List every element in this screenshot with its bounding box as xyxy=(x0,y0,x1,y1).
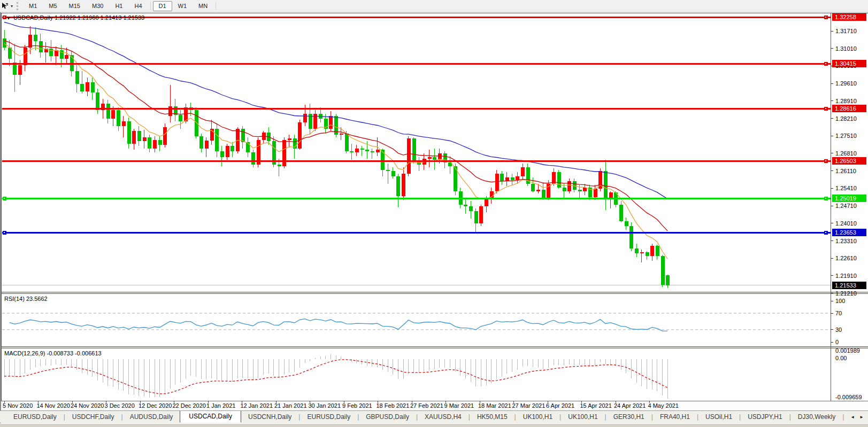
timeframe-button-m1[interactable]: M1 xyxy=(23,1,43,11)
chart-tab-usdchf-daily[interactable]: USDCHF,Daily xyxy=(65,412,121,422)
toolbar-grip[interactable] xyxy=(17,2,20,10)
chart-tab-dj30-weekly[interactable]: DJ30,Weekly xyxy=(791,412,842,422)
date-tick-label: 30 Jan 2021 xyxy=(309,402,341,409)
chart-tab-eurusd-daily[interactable]: EURUSD,Daily xyxy=(300,412,357,422)
svg-text:1.30415: 1.30415 xyxy=(835,60,856,67)
chart-tab-xauusd-h4[interactable]: XAUUSD,H4 xyxy=(418,412,468,422)
timeframe-button-m5[interactable]: M5 xyxy=(43,1,63,11)
rsi-axis-label: 100 xyxy=(835,298,845,304)
macd-axis-label: 0.00 xyxy=(835,355,847,361)
svg-text:1.21533: 1.21533 xyxy=(835,282,856,289)
timeframe-button-mn[interactable]: MN xyxy=(193,1,213,11)
chart-tab-ger30-h1[interactable]: GER30,H1 xyxy=(606,412,651,422)
chart-tab-eurusd-daily[interactable]: EURUSD,Daily xyxy=(6,412,64,422)
chart-ohlc-values: 1.21922 1.21960 1.21413 1.21533 xyxy=(55,14,144,21)
chart-tab-gbpusd-daily[interactable]: GBPUSD,Daily xyxy=(359,412,416,422)
chart-tabs-bar: EURUSD,Daily|USDCHF,Daily|AUDUSD,DailyUS… xyxy=(0,410,868,423)
timeframe-button-h4[interactable]: H4 xyxy=(128,1,148,11)
chart-tab-usdjpy-h1[interactable]: USDJPY,H1 xyxy=(741,412,789,422)
macd-axis-label: 0.001989 xyxy=(835,347,860,354)
chart-tab-hk50-m15[interactable]: HK50,M15 xyxy=(470,412,514,422)
chart-tab-uk100-h1[interactable]: UK100,H1 xyxy=(561,412,604,422)
timeframe-toolbar: ▾ M1M5M15M30H1H4D1W1MN xyxy=(0,0,868,12)
chart-symbol-period: USDCAD,Daily xyxy=(13,14,53,21)
cursor-icon xyxy=(1,2,9,10)
date-tick-label: 4 May 2021 xyxy=(648,402,679,409)
price-tick-label: 1.26810 xyxy=(835,150,857,157)
date-tick-label: 3 Dec 2020 xyxy=(105,402,135,409)
chart-tab-usdcad-daily[interactable]: USDCAD,Daily xyxy=(180,410,241,423)
rsi-indicator-label: RSI(14) 23.5662 xyxy=(4,296,48,302)
symbol-menu-icon[interactable]: ▼ xyxy=(6,16,11,21)
svg-text:1.25019: 1.25019 xyxy=(835,195,856,201)
price-badge-1.28616: 1.28616 xyxy=(832,105,866,112)
price-tick-label: 1.21910 xyxy=(835,273,857,279)
date-tick-label: 21 Jan 2021 xyxy=(274,402,307,409)
toolbar-separator xyxy=(150,2,151,10)
svg-text:1.32258: 1.32258 xyxy=(835,14,856,20)
date-tick-label: 12 Jan 2021 xyxy=(241,402,273,409)
chart-tab-audusd-daily[interactable]: AUDUSD,Daily xyxy=(123,412,180,422)
date-tick-label: 27 Feb 2021 xyxy=(410,402,443,409)
date-tick-label: 1 Jan 2021 xyxy=(206,402,235,409)
tab-scroll-right-icon[interactable]: ► xyxy=(859,415,864,420)
toolbar-separator xyxy=(216,2,216,10)
timeframe-button-d1[interactable]: D1 xyxy=(153,1,172,11)
cursor-tool-dropdown-icon[interactable]: ▾ xyxy=(10,4,15,9)
rsi-axis-label: 30 xyxy=(835,327,842,333)
date-tick-label: 14 Nov 2020 xyxy=(37,402,70,409)
svg-text:1.28616: 1.28616 xyxy=(835,105,856,112)
svg-text:1.26503: 1.26503 xyxy=(835,158,856,164)
price-badge-1.30415: 1.30415 xyxy=(832,60,866,67)
price-tick-label: 1.26110 xyxy=(835,168,856,174)
date-tick-label: 24 Nov 2020 xyxy=(71,402,104,409)
panel-backgrounds xyxy=(0,13,868,410)
price-tick-label: 1.23310 xyxy=(835,238,857,244)
price-tick-label: 1.27510 xyxy=(835,133,857,139)
date-tick-label: 15 Apr 2021 xyxy=(580,402,612,409)
date-tick-label: 18 Feb 2021 xyxy=(377,402,410,409)
price-tick-label: 1.31010 xyxy=(835,45,857,52)
price-tick-label: 1.22610 xyxy=(835,255,857,261)
date-tick-label: 22 Dec 2020 xyxy=(173,402,206,409)
price-badge-1.25019: 1.25019 xyxy=(832,195,866,202)
chart-tab-usoil-h1[interactable]: USOil,H1 xyxy=(698,412,739,422)
price-badge-1.26503: 1.26503 xyxy=(832,157,866,165)
date-tick-label: 24 Apr 2021 xyxy=(614,402,646,409)
chart-tab-uk100-h1[interactable]: UK100,H1 xyxy=(516,412,559,422)
date-tick-label: 6 Apr 2021 xyxy=(546,402,574,409)
price-tick-label: 1.29610 xyxy=(835,80,857,87)
date-tick-label: 18 Mar 2021 xyxy=(478,402,511,409)
price-badge-1.23653: 1.23653 xyxy=(832,229,866,236)
price-tick-label: 1.21210 xyxy=(835,290,857,297)
price-tick-label: 1.28910 xyxy=(835,98,857,104)
rsi-axis-label: 70 xyxy=(835,310,842,316)
macd-indicator-label: MACD(12,26,9) -0.008733 -0.006613 xyxy=(4,350,102,356)
price-tick-label: 1.25410 xyxy=(835,185,857,191)
price-badge-1.32258: 1.32258 xyxy=(832,13,866,21)
date-tick-label: 27 Mar 2021 xyxy=(512,402,546,409)
rsi-axis-label: 0 xyxy=(835,339,839,345)
timeframe-button-m15[interactable]: M15 xyxy=(63,1,86,11)
status-bar xyxy=(0,423,868,427)
chart-window-title: ▼USDCAD,Daily 1.21922 1.21960 1.21413 1.… xyxy=(6,14,144,21)
price-tick-label: 1.31710 xyxy=(835,28,857,34)
date-tick-label: 9 Feb 2021 xyxy=(342,402,372,409)
timeframe-button-h1[interactable]: H1 xyxy=(109,1,128,11)
chart-tab-usdcnh-daily[interactable]: USDCNH,Daily xyxy=(241,412,298,422)
price-tick-label: 1.28210 xyxy=(835,115,857,122)
macd-axis-label: -0.009659 xyxy=(835,394,862,400)
chart-tab-fra40-h1[interactable]: FRA40,H1 xyxy=(653,412,697,422)
tab-scroll-left-icon[interactable]: ◄ xyxy=(850,415,855,420)
cursor-tool-button[interactable] xyxy=(0,2,10,10)
timeframe-button-m30[interactable]: M30 xyxy=(86,1,109,11)
chart-canvas[interactable]: 1.317101.310101.303101.296101.289101.282… xyxy=(0,0,868,410)
date-tick-label: 9 Mar 2021 xyxy=(444,402,474,409)
tab-scroll-controls: ◄ ► xyxy=(847,412,868,423)
timeframe-button-w1[interactable]: W1 xyxy=(172,1,193,11)
current-price-badge: 1.21533 xyxy=(832,282,866,289)
price-tick-label: 1.24710 xyxy=(835,203,857,209)
svg-text:1.23653: 1.23653 xyxy=(835,229,856,236)
window-left-border xyxy=(0,0,1,427)
price-tick-label: 1.24010 xyxy=(835,220,857,227)
